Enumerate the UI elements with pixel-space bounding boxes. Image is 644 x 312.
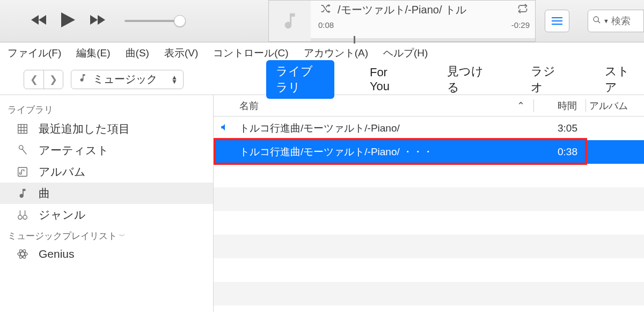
chevron-down-icon[interactable]: ▼ bbox=[603, 18, 609, 24]
player-toolbar: /モーツァルト/-Piano/ トル 0:08 -0:29 ▼ bbox=[0, 0, 644, 42]
track-time: 0:38 bbox=[535, 146, 586, 158]
sidebar-item-recently-added[interactable]: 最近追加した項目 bbox=[0, 118, 213, 140]
menu-file[interactable]: ファイル(F) bbox=[8, 46, 61, 60]
sidebar-item-genres[interactable]: ジャンル bbox=[0, 204, 213, 226]
svg-rect-5 bbox=[18, 125, 27, 134]
remaining-time: -0:29 bbox=[511, 20, 530, 30]
svg-line-11 bbox=[22, 149, 26, 154]
history-nav: ❮ ❯ bbox=[24, 70, 63, 89]
column-name[interactable]: 名前 ⌃ bbox=[214, 99, 533, 112]
table-row[interactable]: トルコ行進曲/モーツァルト/-Piano/ ・・・ 0:38 bbox=[214, 140, 644, 164]
tab-radio[interactable]: ラジオ bbox=[521, 60, 570, 99]
forward-button[interactable]: ❯ bbox=[43, 70, 63, 89]
main-area: ライブラリ 最近追加した項目 アーティスト アルバム 曲 ジャンル ミュージック… bbox=[0, 95, 644, 312]
search-icon bbox=[592, 16, 601, 27]
sort-asc-icon: ⌃ bbox=[517, 100, 525, 112]
menu-account[interactable]: アカウント(A) bbox=[304, 46, 368, 60]
menu-help[interactable]: ヘルプ(H) bbox=[383, 46, 428, 60]
sidebar-item-albums[interactable]: アルバム bbox=[0, 161, 213, 183]
svg-point-3 bbox=[594, 17, 598, 21]
sidebar-header-playlists[interactable]: ミュージックプレイリスト ﹀ bbox=[0, 226, 213, 244]
play-button[interactable] bbox=[60, 11, 76, 31]
svg-point-17 bbox=[18, 252, 27, 256]
search-field[interactable]: ▼ bbox=[588, 10, 644, 32]
library-selector[interactable]: ミュージック ▲▼ bbox=[71, 70, 184, 89]
next-button[interactable] bbox=[88, 14, 106, 28]
sidebar-item-label: 最近追加した項目 bbox=[39, 121, 130, 136]
chevron-down-icon: ﹀ bbox=[119, 232, 125, 240]
speaker-icon bbox=[220, 122, 235, 135]
sidebar-item-label: ジャンル bbox=[39, 207, 86, 222]
sidebar-item-label: アーティスト bbox=[39, 143, 109, 158]
sidebar-item-artists[interactable]: アーティスト bbox=[0, 140, 213, 161]
repeat-icon[interactable] bbox=[516, 3, 530, 17]
tab-store[interactable]: ストア bbox=[595, 60, 644, 99]
lcd-display: /モーツァルト/-Piano/ トル 0:08 -0:29 bbox=[268, 0, 536, 42]
genius-icon bbox=[15, 248, 30, 260]
now-playing-title: /モーツァルト/-Piano/ トル bbox=[338, 3, 510, 17]
volume-slider[interactable] bbox=[125, 20, 181, 22]
mic-icon bbox=[15, 144, 30, 156]
track-name: トルコ行進曲/モーツァルト/-Piano/ ・・・ bbox=[235, 145, 535, 159]
sidebar-item-label: 曲 bbox=[39, 186, 50, 201]
column-time[interactable]: 時間 bbox=[534, 99, 586, 112]
tab-library[interactable]: ライブラリ bbox=[266, 60, 334, 99]
sidebar: ライブラリ 最近追加した項目 アーティスト アルバム 曲 ジャンル ミュージック… bbox=[0, 95, 214, 312]
svg-point-14 bbox=[23, 215, 27, 219]
sidebar-header-library: ライブラリ bbox=[0, 99, 213, 118]
tab-for-you[interactable]: For You bbox=[360, 62, 412, 97]
grid-icon bbox=[15, 123, 30, 135]
menu-song[interactable]: 曲(S) bbox=[126, 46, 149, 60]
guitar-icon bbox=[15, 209, 30, 221]
album-art-placeholder bbox=[269, 1, 311, 41]
table-row[interactable]: トルコ行進曲/モーツァルト/-Piano/ 3:05 bbox=[214, 117, 644, 140]
nav-row: ❮ ❯ ミュージック ▲▼ ライブラリ For You 見つける ラジオ ストア bbox=[0, 64, 644, 95]
svg-line-4 bbox=[598, 21, 600, 23]
shuffle-icon[interactable] bbox=[318, 3, 332, 17]
sidebar-item-label: アルバム bbox=[39, 164, 86, 179]
menu-edit[interactable]: 編集(E) bbox=[76, 46, 110, 60]
previous-button[interactable] bbox=[30, 14, 48, 28]
menu-controls[interactable]: コントロール(C) bbox=[213, 46, 288, 60]
music-icon bbox=[78, 73, 87, 85]
sidebar-item-label: Genius bbox=[39, 248, 75, 260]
menu-view[interactable]: 表示(V) bbox=[164, 46, 198, 60]
svg-point-13 bbox=[18, 215, 22, 219]
column-album[interactable]: アルバム bbox=[586, 99, 644, 112]
tab-browse[interactable]: 見つける bbox=[437, 60, 495, 99]
updown-icon: ▲▼ bbox=[171, 75, 178, 84]
track-time: 3:05 bbox=[535, 122, 586, 134]
progress-head[interactable] bbox=[354, 36, 355, 43]
sidebar-item-songs[interactable]: 曲 bbox=[0, 183, 213, 204]
track-rows: トルコ行進曲/モーツァルト/-Piano/ 3:05 トルコ行進曲/モーツァルト… bbox=[214, 117, 644, 312]
note-icon bbox=[15, 187, 30, 199]
search-input[interactable] bbox=[611, 16, 643, 27]
album-icon bbox=[15, 166, 30, 178]
track-list: 名前 ⌃ 時間 アルバム トルコ行進曲/モーツァルト/-Piano/ 3:05 … bbox=[214, 95, 644, 312]
sidebar-item-genius[interactable]: Genius bbox=[0, 244, 213, 264]
svg-rect-12 bbox=[18, 168, 27, 177]
back-button[interactable]: ❮ bbox=[24, 70, 43, 89]
elapsed-time: 0:08 bbox=[318, 20, 334, 30]
track-name: トルコ行進曲/モーツァルト/-Piano/ bbox=[235, 121, 535, 135]
up-next-button[interactable] bbox=[545, 10, 569, 32]
playback-controls bbox=[30, 11, 106, 31]
nav-tabs: ライブラリ For You 見つける ラジオ ストア bbox=[266, 60, 644, 99]
volume-knob[interactable] bbox=[174, 15, 186, 27]
library-selector-label: ミュージック bbox=[93, 72, 157, 86]
progress-bar[interactable] bbox=[311, 38, 535, 41]
